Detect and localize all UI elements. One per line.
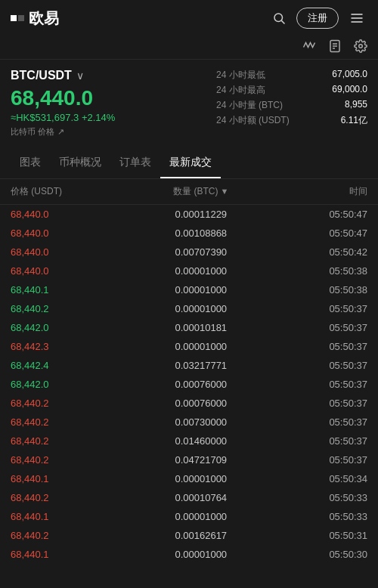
row-qty-13: 0.04721709: [132, 450, 270, 469]
price-change: +2.14%: [82, 112, 115, 123]
row-price-2: 68,440.0: [0, 243, 132, 262]
row-time-9: 05:50:37: [270, 375, 378, 394]
register-button[interactable]: 注册: [296, 8, 339, 29]
stat-row: 24 小时额 (USDT)6.11亿: [216, 114, 367, 127]
stat-value-3: 6.11亿: [341, 114, 367, 127]
tab-最新成交[interactable]: 最新成交: [160, 148, 221, 178]
stat-label-3: 24 小时额 (USDT): [216, 114, 290, 127]
svg-line-1: [281, 20, 284, 23]
logo: 欧易: [11, 8, 59, 29]
header-time: 时间: [270, 179, 378, 205]
row-qty-12: 0.01460000: [132, 432, 270, 450]
row-qty-5: 0.00001000: [132, 299, 270, 318]
price-label-text: 比特币 价格: [11, 126, 54, 138]
row-qty-3: 0.00001000: [132, 262, 270, 280]
row-qty-15: 0.00010764: [132, 488, 270, 507]
table-row: 68,442.0 0.00010181 05:50:37: [0, 318, 378, 337]
table-row: 68,440.2 0.00010764 05:50:33: [0, 488, 378, 507]
logo-text: 欧易: [29, 8, 59, 29]
row-qty-7: 0.00001000: [132, 337, 270, 356]
stat-value-2: 8,955: [345, 99, 367, 112]
row-time-3: 05:50:38: [270, 262, 378, 280]
row-qty-17: 0.00162617: [132, 526, 270, 545]
row-time-5: 05:50:37: [270, 299, 378, 318]
svg-point-9: [359, 45, 363, 48]
row-price-3: 68,440.0: [0, 262, 132, 280]
search-button[interactable]: [269, 8, 289, 28]
toolbar: [0, 36, 378, 60]
row-price-8: 68,442.4: [0, 356, 132, 375]
table-row: 68,440.0 0.00001000 05:50:38: [0, 262, 378, 280]
external-link-icon[interactable]: ↗: [57, 127, 64, 137]
table-row: 68,440.2 0.04721709 05:50:37: [0, 450, 378, 469]
tab-图表[interactable]: 图表: [11, 148, 50, 178]
stat-row: 24 小时最低67,005.0: [216, 69, 367, 82]
stat-row: 24 小时量 (BTC)8,955: [216, 99, 367, 112]
price-left: BTC/USDT ∨ 68,440.0 ≈HK$531,697.3 +2.14%…: [11, 69, 209, 138]
row-time-15: 05:50:33: [270, 488, 378, 507]
row-qty-0: 0.00011229: [132, 204, 270, 224]
tabs: 图表币种概况订单表最新成交: [0, 148, 378, 179]
table-row: 68,442.0 0.00076000 05:50:37: [0, 375, 378, 394]
table-row: 68,440.1 0.00001000 05:50:30: [0, 545, 378, 564]
table-row: 68,440.2 0.00001000 05:50:37: [0, 299, 378, 318]
tab-订单表[interactable]: 订单表: [110, 148, 160, 178]
logo-icon: [11, 15, 24, 21]
row-price-1: 68,440.0: [0, 224, 132, 243]
row-time-12: 05:50:37: [270, 432, 378, 450]
filter-icon[interactable]: ▼: [220, 187, 228, 196]
row-price-17: 68,440.2: [0, 526, 132, 545]
table-row: 68,440.0 0.00108868 05:50:47: [0, 224, 378, 243]
pair-dropdown-icon[interactable]: ∨: [76, 70, 84, 82]
price-hk: ≈HK$531,697.3 +2.14%: [11, 112, 209, 123]
stat-label-1: 24 小时最高: [216, 84, 265, 97]
table-row: 68,440.0 0.00011229 05:50:47: [0, 204, 378, 224]
stat-label-0: 24 小时最低: [216, 69, 265, 82]
row-qty-1: 0.00108868: [132, 224, 270, 243]
logo-square-2: [18, 15, 24, 21]
row-qty-14: 0.00001000: [132, 469, 270, 488]
table-row: 68,440.2 0.01460000 05:50:37: [0, 432, 378, 450]
row-time-18: 05:50:30: [270, 545, 378, 564]
stat-row: 24 小时最高69,000.0: [216, 84, 367, 97]
table-row: 68,440.1 0.00001000 05:50:33: [0, 507, 378, 526]
row-time-6: 05:50:37: [270, 318, 378, 337]
row-qty-16: 0.00001000: [132, 507, 270, 526]
row-time-4: 05:50:38: [270, 280, 378, 299]
row-qty-6: 0.00010181: [132, 318, 270, 337]
row-time-7: 05:50:37: [270, 337, 378, 356]
menu-button[interactable]: [346, 8, 367, 29]
row-qty-2: 0.00707390: [132, 243, 270, 262]
price-stats: 24 小时最低67,005.024 小时最高69,000.024 小时量 (BT…: [216, 69, 367, 138]
row-time-13: 05:50:37: [270, 450, 378, 469]
row-qty-8: 0.03217771: [132, 356, 270, 375]
logo-square-1: [11, 15, 17, 21]
table-row: 68,440.1 0.00001000 05:50:34: [0, 469, 378, 488]
row-price-14: 68,440.1: [0, 469, 132, 488]
row-price-4: 68,440.1: [0, 280, 132, 299]
settings-icon[interactable]: [354, 39, 367, 56]
stat-value-0: 67,005.0: [332, 69, 367, 82]
row-price-5: 68,440.2: [0, 299, 132, 318]
price-section: BTC/USDT ∨ 68,440.0 ≈HK$531,697.3 +2.14%…: [0, 60, 378, 144]
trades-table: 价格 (USDT) 数量 (BTC)▼ 时间 68,440.0 0.000112…: [0, 179, 378, 564]
wave-icon[interactable]: [302, 39, 316, 56]
table-row: 68,442.4 0.03217771 05:50:37: [0, 356, 378, 375]
tab-币种概况[interactable]: 币种概况: [50, 148, 110, 178]
pair-row: BTC/USDT ∨: [11, 69, 209, 82]
table-row: 68,440.2 0.00076000 05:50:37: [0, 394, 378, 413]
row-qty-18: 0.00001000: [132, 545, 270, 564]
row-price-9: 68,442.0: [0, 375, 132, 394]
row-time-17: 05:50:31: [270, 526, 378, 545]
row-qty-4: 0.00001000: [132, 280, 270, 299]
header: 欧易 注册: [0, 0, 378, 36]
row-price-18: 68,440.1: [0, 545, 132, 564]
trades-body: 68,440.0 0.00011229 05:50:47 68,440.0 0.…: [0, 204, 378, 564]
table-row: 68,440.1 0.00001000 05:50:38: [0, 280, 378, 299]
row-time-2: 05:50:42: [270, 243, 378, 262]
row-time-11: 05:50:37: [270, 413, 378, 432]
row-time-0: 05:50:47: [270, 204, 378, 224]
row-price-10: 68,440.2: [0, 394, 132, 413]
svg-point-0: [274, 14, 283, 22]
doc-icon[interactable]: [328, 39, 342, 56]
